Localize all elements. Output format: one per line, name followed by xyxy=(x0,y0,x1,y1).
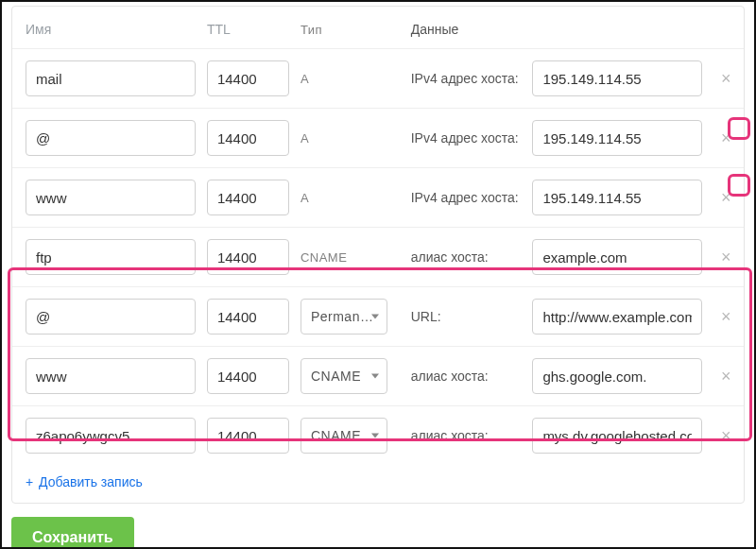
header-name-label: Имя xyxy=(12,16,201,43)
delete-record-button[interactable]: × xyxy=(714,127,737,149)
record-data-label: URL: xyxy=(405,303,527,330)
close-icon: × xyxy=(721,368,731,385)
record-data-input[interactable] xyxy=(532,299,702,335)
record-type-value: CNAME xyxy=(311,369,361,384)
record-type-select[interactable]: CNAME xyxy=(301,358,387,394)
header-type-label: Тип xyxy=(295,16,405,43)
record-data-input[interactable] xyxy=(532,418,702,454)
record-type-select[interactable]: Perman… xyxy=(301,299,387,335)
add-record-link[interactable]: + Добавить запись xyxy=(12,465,744,503)
record-data-label: IPv4 адрес хоста: xyxy=(405,125,527,151)
record-data-input[interactable] xyxy=(532,180,702,215)
plus-icon: + xyxy=(26,474,33,489)
record-type-text: A xyxy=(301,191,309,205)
delete-record-button[interactable]: × xyxy=(714,424,737,447)
dns-record-row: CNAMEалиас хоста:× xyxy=(12,227,744,286)
record-name-input[interactable] xyxy=(26,418,196,454)
record-type-value: Perman… xyxy=(311,309,374,324)
save-button[interactable]: Сохранить xyxy=(11,517,134,549)
delete-record-button[interactable]: × xyxy=(714,67,737,90)
add-record-label: Добавить запись xyxy=(39,474,143,489)
record-data-input[interactable] xyxy=(532,239,702,275)
record-name-input[interactable] xyxy=(26,60,196,96)
record-ttl-input[interactable] xyxy=(207,239,289,275)
header-ttl-label: TTL xyxy=(201,16,295,43)
record-type-select[interactable]: CNAME xyxy=(301,418,387,454)
delete-record-button[interactable]: × xyxy=(714,365,737,387)
record-ttl-input[interactable] xyxy=(207,60,289,96)
dns-record-row: Perman…URL:× xyxy=(12,286,744,346)
record-type-text: A xyxy=(301,131,309,146)
record-type-text: CNAME xyxy=(301,250,347,265)
dns-record-row: AIPv4 адрес хоста:× xyxy=(12,108,744,167)
record-data-input[interactable] xyxy=(532,60,702,96)
dns-table-header: Имя TTL Тип Данные xyxy=(12,7,744,48)
record-data-label: алиас хоста: xyxy=(405,422,527,449)
record-data-input[interactable] xyxy=(532,120,702,156)
dns-record-row: AIPv4 адрес хоста:× xyxy=(12,48,744,108)
delete-record-button[interactable]: × xyxy=(714,186,737,209)
chevron-down-icon xyxy=(371,434,379,438)
dns-record-row: AIPv4 адрес хоста:× xyxy=(12,167,744,227)
record-ttl-input[interactable] xyxy=(207,299,289,335)
dns-record-row: CNAMEалиас хоста:× xyxy=(12,405,744,465)
record-type-text: A xyxy=(301,72,309,86)
record-name-input[interactable] xyxy=(26,239,196,275)
chevron-down-icon xyxy=(371,315,379,319)
record-data-label: алиас хоста: xyxy=(405,363,527,389)
record-type-value: CNAME xyxy=(311,428,361,443)
record-ttl-input[interactable] xyxy=(207,120,289,156)
delete-record-button[interactable]: × xyxy=(714,305,737,328)
dns-record-row: CNAMEалиас хоста:× xyxy=(12,346,744,405)
record-name-input[interactable] xyxy=(26,299,196,335)
record-name-input[interactable] xyxy=(26,180,196,215)
record-ttl-input[interactable] xyxy=(207,180,289,215)
record-data-label: IPv4 адрес хоста: xyxy=(405,184,527,211)
close-icon: × xyxy=(721,70,731,87)
delete-record-button[interactable]: × xyxy=(714,246,737,268)
record-ttl-input[interactable] xyxy=(207,358,289,394)
close-icon: × xyxy=(721,189,731,206)
record-name-input[interactable] xyxy=(26,358,196,394)
chevron-down-icon xyxy=(371,374,379,379)
record-ttl-input[interactable] xyxy=(207,418,289,454)
record-data-label: IPv4 адрес хоста: xyxy=(405,65,527,92)
record-data-input[interactable] xyxy=(532,358,702,394)
close-icon: × xyxy=(721,427,731,444)
record-data-label: алиас хоста: xyxy=(405,244,527,270)
close-icon: × xyxy=(721,308,731,325)
record-name-input[interactable] xyxy=(26,120,196,156)
close-icon: × xyxy=(721,129,731,146)
header-data-label: Данные xyxy=(405,16,527,43)
close-icon: × xyxy=(721,249,731,266)
